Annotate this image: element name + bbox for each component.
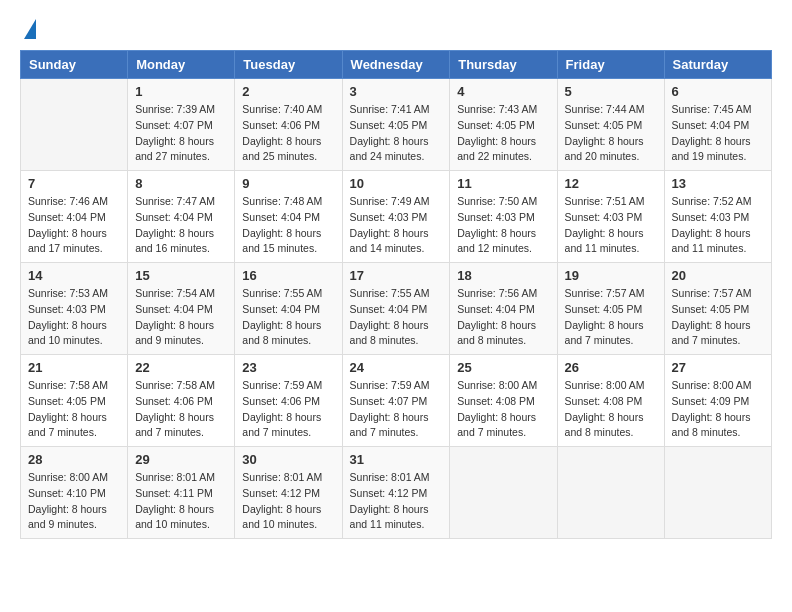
day-number: 30	[242, 452, 334, 467]
day-number: 13	[672, 176, 764, 191]
weekday-header-sunday: Sunday	[21, 51, 128, 79]
day-info: Sunrise: 8:01 AMSunset: 4:11 PMDaylight:…	[135, 470, 227, 533]
day-info: Sunrise: 7:47 AMSunset: 4:04 PMDaylight:…	[135, 194, 227, 257]
weekday-header-tuesday: Tuesday	[235, 51, 342, 79]
weekday-header-friday: Friday	[557, 51, 664, 79]
day-number: 2	[242, 84, 334, 99]
calendar-day-22: 22Sunrise: 7:58 AMSunset: 4:06 PMDayligh…	[128, 355, 235, 447]
day-info: Sunrise: 7:57 AMSunset: 4:05 PMDaylight:…	[672, 286, 764, 349]
weekday-header-row: SundayMondayTuesdayWednesdayThursdayFrid…	[21, 51, 772, 79]
day-info: Sunrise: 8:00 AMSunset: 4:08 PMDaylight:…	[457, 378, 549, 441]
day-number: 27	[672, 360, 764, 375]
day-info: Sunrise: 7:51 AMSunset: 4:03 PMDaylight:…	[565, 194, 657, 257]
calendar-day-31: 31Sunrise: 8:01 AMSunset: 4:12 PMDayligh…	[342, 447, 450, 539]
empty-day-cell	[557, 447, 664, 539]
calendar-week-row: 21Sunrise: 7:58 AMSunset: 4:05 PMDayligh…	[21, 355, 772, 447]
calendar-day-5: 5Sunrise: 7:44 AMSunset: 4:05 PMDaylight…	[557, 79, 664, 171]
day-info: Sunrise: 7:57 AMSunset: 4:05 PMDaylight:…	[565, 286, 657, 349]
day-number: 3	[350, 84, 443, 99]
calendar-week-row: 14Sunrise: 7:53 AMSunset: 4:03 PMDayligh…	[21, 263, 772, 355]
calendar-day-15: 15Sunrise: 7:54 AMSunset: 4:04 PMDayligh…	[128, 263, 235, 355]
day-info: Sunrise: 7:39 AMSunset: 4:07 PMDaylight:…	[135, 102, 227, 165]
day-info: Sunrise: 7:55 AMSunset: 4:04 PMDaylight:…	[350, 286, 443, 349]
day-info: Sunrise: 7:52 AMSunset: 4:03 PMDaylight:…	[672, 194, 764, 257]
day-info: Sunrise: 7:46 AMSunset: 4:04 PMDaylight:…	[28, 194, 120, 257]
day-info: Sunrise: 8:01 AMSunset: 4:12 PMDaylight:…	[242, 470, 334, 533]
calendar-day-25: 25Sunrise: 8:00 AMSunset: 4:08 PMDayligh…	[450, 355, 557, 447]
day-number: 19	[565, 268, 657, 283]
day-number: 5	[565, 84, 657, 99]
empty-day-cell	[664, 447, 771, 539]
day-number: 14	[28, 268, 120, 283]
day-number: 11	[457, 176, 549, 191]
day-number: 20	[672, 268, 764, 283]
day-number: 16	[242, 268, 334, 283]
day-number: 15	[135, 268, 227, 283]
day-number: 25	[457, 360, 549, 375]
day-number: 12	[565, 176, 657, 191]
calendar-day-7: 7Sunrise: 7:46 AMSunset: 4:04 PMDaylight…	[21, 171, 128, 263]
calendar-day-29: 29Sunrise: 8:01 AMSunset: 4:11 PMDayligh…	[128, 447, 235, 539]
calendar-day-10: 10Sunrise: 7:49 AMSunset: 4:03 PMDayligh…	[342, 171, 450, 263]
day-info: Sunrise: 7:45 AMSunset: 4:04 PMDaylight:…	[672, 102, 764, 165]
calendar-day-19: 19Sunrise: 7:57 AMSunset: 4:05 PMDayligh…	[557, 263, 664, 355]
day-info: Sunrise: 7:58 AMSunset: 4:06 PMDaylight:…	[135, 378, 227, 441]
weekday-header-monday: Monday	[128, 51, 235, 79]
calendar-day-17: 17Sunrise: 7:55 AMSunset: 4:04 PMDayligh…	[342, 263, 450, 355]
calendar-day-26: 26Sunrise: 8:00 AMSunset: 4:08 PMDayligh…	[557, 355, 664, 447]
day-info: Sunrise: 7:43 AMSunset: 4:05 PMDaylight:…	[457, 102, 549, 165]
calendar-day-3: 3Sunrise: 7:41 AMSunset: 4:05 PMDaylight…	[342, 79, 450, 171]
calendar-day-18: 18Sunrise: 7:56 AMSunset: 4:04 PMDayligh…	[450, 263, 557, 355]
day-info: Sunrise: 7:50 AMSunset: 4:03 PMDaylight:…	[457, 194, 549, 257]
day-number: 10	[350, 176, 443, 191]
calendar-day-16: 16Sunrise: 7:55 AMSunset: 4:04 PMDayligh…	[235, 263, 342, 355]
empty-day-cell	[450, 447, 557, 539]
day-number: 18	[457, 268, 549, 283]
day-info: Sunrise: 7:59 AMSunset: 4:07 PMDaylight:…	[350, 378, 443, 441]
day-info: Sunrise: 8:00 AMSunset: 4:09 PMDaylight:…	[672, 378, 764, 441]
weekday-header-thursday: Thursday	[450, 51, 557, 79]
day-number: 29	[135, 452, 227, 467]
calendar-day-28: 28Sunrise: 8:00 AMSunset: 4:10 PMDayligh…	[21, 447, 128, 539]
day-info: Sunrise: 7:54 AMSunset: 4:04 PMDaylight:…	[135, 286, 227, 349]
empty-day-cell	[21, 79, 128, 171]
calendar-day-13: 13Sunrise: 7:52 AMSunset: 4:03 PMDayligh…	[664, 171, 771, 263]
calendar-day-12: 12Sunrise: 7:51 AMSunset: 4:03 PMDayligh…	[557, 171, 664, 263]
day-number: 9	[242, 176, 334, 191]
calendar-day-20: 20Sunrise: 7:57 AMSunset: 4:05 PMDayligh…	[664, 263, 771, 355]
calendar-day-1: 1Sunrise: 7:39 AMSunset: 4:07 PMDaylight…	[128, 79, 235, 171]
day-number: 7	[28, 176, 120, 191]
day-info: Sunrise: 7:56 AMSunset: 4:04 PMDaylight:…	[457, 286, 549, 349]
day-info: Sunrise: 7:40 AMSunset: 4:06 PMDaylight:…	[242, 102, 334, 165]
calendar-day-30: 30Sunrise: 8:01 AMSunset: 4:12 PMDayligh…	[235, 447, 342, 539]
day-info: Sunrise: 7:53 AMSunset: 4:03 PMDaylight:…	[28, 286, 120, 349]
day-info: Sunrise: 8:01 AMSunset: 4:12 PMDaylight:…	[350, 470, 443, 533]
calendar-day-8: 8Sunrise: 7:47 AMSunset: 4:04 PMDaylight…	[128, 171, 235, 263]
day-number: 31	[350, 452, 443, 467]
day-info: Sunrise: 8:00 AMSunset: 4:10 PMDaylight:…	[28, 470, 120, 533]
day-info: Sunrise: 7:48 AMSunset: 4:04 PMDaylight:…	[242, 194, 334, 257]
day-number: 24	[350, 360, 443, 375]
day-number: 23	[242, 360, 334, 375]
calendar-table: SundayMondayTuesdayWednesdayThursdayFrid…	[20, 50, 772, 539]
calendar-day-21: 21Sunrise: 7:58 AMSunset: 4:05 PMDayligh…	[21, 355, 128, 447]
logo-arrow-icon	[24, 19, 36, 39]
calendar-week-row: 28Sunrise: 8:00 AMSunset: 4:10 PMDayligh…	[21, 447, 772, 539]
day-number: 6	[672, 84, 764, 99]
calendar-week-row: 1Sunrise: 7:39 AMSunset: 4:07 PMDaylight…	[21, 79, 772, 171]
weekday-header-wednesday: Wednesday	[342, 51, 450, 79]
calendar-day-27: 27Sunrise: 8:00 AMSunset: 4:09 PMDayligh…	[664, 355, 771, 447]
weekday-header-saturday: Saturday	[664, 51, 771, 79]
calendar-day-14: 14Sunrise: 7:53 AMSunset: 4:03 PMDayligh…	[21, 263, 128, 355]
day-info: Sunrise: 7:55 AMSunset: 4:04 PMDaylight:…	[242, 286, 334, 349]
day-number: 1	[135, 84, 227, 99]
calendar-day-24: 24Sunrise: 7:59 AMSunset: 4:07 PMDayligh…	[342, 355, 450, 447]
day-info: Sunrise: 7:44 AMSunset: 4:05 PMDaylight:…	[565, 102, 657, 165]
day-info: Sunrise: 7:49 AMSunset: 4:03 PMDaylight:…	[350, 194, 443, 257]
calendar-week-row: 7Sunrise: 7:46 AMSunset: 4:04 PMDaylight…	[21, 171, 772, 263]
day-info: Sunrise: 7:58 AMSunset: 4:05 PMDaylight:…	[28, 378, 120, 441]
page-header	[20, 20, 772, 40]
day-number: 4	[457, 84, 549, 99]
calendar-day-11: 11Sunrise: 7:50 AMSunset: 4:03 PMDayligh…	[450, 171, 557, 263]
day-number: 8	[135, 176, 227, 191]
